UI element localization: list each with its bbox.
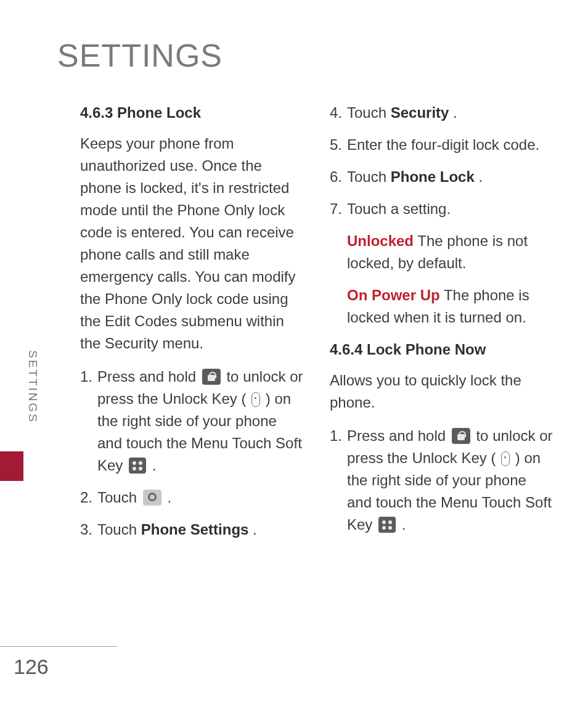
text: . (453, 104, 457, 121)
text: Touch (347, 168, 391, 185)
side-tab-label: SETTINGS (26, 350, 39, 424)
text: Press and hold (97, 368, 200, 385)
footer-rule (0, 646, 117, 647)
step-number: 5. (330, 134, 347, 156)
text: . (402, 516, 406, 533)
step-body: Touch . (97, 486, 305, 509)
page-number: 126 (14, 655, 49, 679)
step-body: Touch Phone Settings . (97, 519, 305, 541)
text: Touch (97, 489, 141, 506)
step-5: 5. Enter the four-digit lock code. (330, 134, 555, 156)
step-body: Enter the four-digit lock code. (347, 134, 555, 156)
step-3: 3. Touch Phone Settings . (80, 519, 305, 541)
menu-dots-icon (129, 458, 146, 474)
step-4: 4. Touch Security . (330, 102, 555, 124)
step-6: 6. Touch Phone Lock . (330, 166, 555, 188)
text: . (478, 168, 483, 185)
step-2: 2. Touch . (80, 486, 305, 509)
step-number: 4. (330, 102, 347, 124)
text: . (253, 521, 257, 538)
step-number: 1. (80, 366, 97, 477)
step-body: Press and hold to unlock or press the Un… (97, 366, 305, 477)
bold-text: Phone Lock (391, 168, 475, 185)
step-7: 7. Touch a setting. (330, 198, 555, 220)
text: Touch (347, 104, 391, 121)
step-body: Touch a setting. (347, 198, 555, 220)
step-number: 7. (330, 198, 347, 220)
step-number: 2. (80, 486, 97, 509)
bold-text: Security (391, 104, 449, 121)
text: . (167, 489, 171, 506)
gear-icon (143, 490, 161, 506)
step-1: 1. Press and hold to unlock or press the… (80, 366, 305, 477)
text: . (152, 457, 157, 474)
unlock-key-icon (251, 392, 260, 407)
option-label: On Power Up (347, 287, 440, 303)
section-heading-phone-lock: 4.6.3 Phone Lock (80, 102, 305, 124)
lock-icon (202, 369, 221, 385)
step-number: 3. (80, 519, 97, 541)
bold-text: Phone Settings (141, 521, 249, 538)
step-number: 1. (330, 425, 347, 536)
step-number: 6. (330, 166, 347, 188)
text: Touch (97, 521, 141, 538)
section-heading-lock-phone-now: 4.6.4 Lock Phone Now (330, 339, 555, 361)
option-label: Unlocked (347, 232, 414, 249)
unlock-key-icon (501, 451, 510, 466)
menu-dots-icon (378, 517, 396, 533)
option-unlocked: Unlocked The phone is not locked, by def… (347, 230, 555, 274)
step-body: Press and hold to unlock or press the Un… (347, 425, 555, 536)
intro-paragraph: Keeps your phone from unauthorized use. … (80, 133, 305, 355)
text: Press and hold (347, 427, 450, 444)
side-tab-bar (0, 451, 23, 481)
step-body: Touch Phone Lock . (347, 166, 555, 188)
step-1b: 1. Press and hold to unlock or press the… (330, 425, 555, 536)
lock-icon (452, 428, 470, 444)
step-body: Touch Security . (347, 102, 555, 124)
option-on-power-up: On Power Up The phone is locked when it … (347, 284, 555, 329)
body-content: 4.6.3 Phone Lock Keeps your phone from u… (80, 102, 555, 551)
intro-paragraph-2: Allows you to quickly lock the phone. (330, 369, 555, 414)
page-title: SETTINGS (57, 37, 223, 74)
